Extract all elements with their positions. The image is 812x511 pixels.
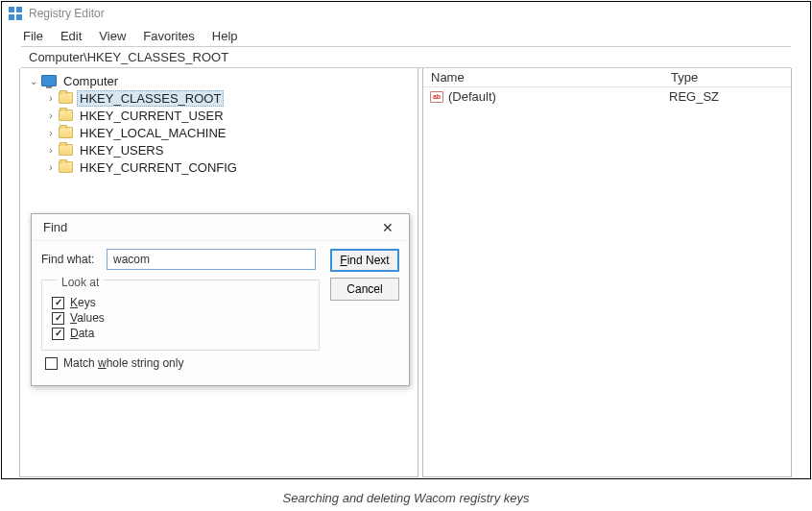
checkbox-keys-row[interactable]: Keys: [52, 296, 309, 309]
svg-rect-2: [9, 14, 14, 20]
chevron-right-icon[interactable]: ›: [45, 161, 57, 173]
column-type[interactable]: Type: [663, 68, 705, 86]
svg-rect-3: [16, 14, 22, 20]
svg-rect-0: [9, 7, 14, 12]
tree-root-label: Computer: [60, 74, 121, 88]
tree-item-label: HKEY_USERS: [77, 143, 166, 158]
window-title: Registry Editor: [29, 7, 105, 20]
value-name: (Default): [448, 89, 669, 104]
folder-icon: [59, 92, 73, 104]
checkbox-values-label: Values: [70, 311, 105, 325]
address-bar[interactable]: Computer\HKEY_CLASSES_ROOT: [21, 46, 791, 68]
checkbox-values[interactable]: [52, 312, 64, 325]
look-at-group: Look at Keys Values Data: [41, 280, 320, 351]
menubar: File Edit View Favorites Help: [2, 25, 810, 46]
tree-item[interactable]: ›HKEY_CURRENT_USER: [20, 107, 418, 124]
find-dialog: Find ✕ Find what: Find Next Cancel Look …: [31, 213, 410, 386]
dialog-title: Find: [43, 220, 67, 234]
expand-icon[interactable]: ⌄: [28, 75, 39, 86]
checkbox-data-row[interactable]: Data: [52, 327, 309, 340]
tree-item-label: HKEY_CURRENT_CONFIG: [77, 160, 240, 175]
menu-file[interactable]: File: [23, 29, 43, 43]
checkbox-keys[interactable]: [52, 297, 64, 309]
tree-item[interactable]: ›HKEY_CLASSES_ROOT: [20, 89, 418, 107]
chevron-right-icon[interactable]: ›: [45, 144, 57, 156]
find-what-input[interactable]: [107, 249, 316, 270]
folder-icon: [59, 161, 73, 173]
menu-help[interactable]: Help: [212, 29, 238, 43]
tree-root-row[interactable]: ⌄ Computer: [20, 72, 418, 89]
menu-favorites[interactable]: Favorites: [143, 29, 194, 43]
list-header: Name Type: [423, 68, 791, 87]
svg-rect-1: [16, 7, 22, 12]
list-view[interactable]: Name Type ab(Default)REG_SZ: [422, 68, 792, 477]
string-value-icon: ab: [429, 90, 444, 104]
column-name[interactable]: Name: [423, 68, 663, 86]
checkbox-keys-label: Keys: [70, 296, 96, 309]
dialog-titlebar[interactable]: Find ✕: [32, 214, 409, 241]
folder-icon: [59, 127, 73, 138]
find-next-rest: ind Next: [347, 254, 390, 267]
menu-edit[interactable]: Edit: [60, 29, 82, 43]
tree-item-label: HKEY_LOCAL_MACHINE: [77, 126, 228, 140]
folder-icon: [59, 110, 73, 121]
find-next-button[interactable]: Find Next: [330, 249, 399, 272]
computer-icon: [41, 75, 57, 86]
titlebar: Registry Editor: [2, 2, 810, 25]
checkbox-match-row[interactable]: Match whole string only: [45, 356, 399, 370]
list-row[interactable]: ab(Default)REG_SZ: [423, 87, 791, 106]
tree-item-label: HKEY_CLASSES_ROOT: [77, 90, 224, 107]
checkbox-data[interactable]: [52, 328, 64, 340]
look-at-legend: Look at: [58, 276, 103, 289]
checkbox-match-label: Match whole string only: [63, 356, 183, 370]
tree-item[interactable]: ›HKEY_CURRENT_CONFIG: [20, 158, 418, 176]
chevron-right-icon[interactable]: ›: [45, 92, 57, 104]
chevron-right-icon[interactable]: ›: [45, 110, 57, 121]
cancel-button[interactable]: Cancel: [330, 278, 399, 301]
chevron-right-icon[interactable]: ›: [45, 127, 57, 138]
app-icon: [8, 6, 23, 21]
registry-editor-window: Registry Editor File Edit View Favorites…: [1, 1, 811, 479]
menu-view[interactable]: View: [99, 29, 126, 43]
close-icon[interactable]: ✕: [374, 218, 401, 237]
dialog-body: Find what: Find Next Cancel Look at Keys…: [32, 241, 409, 385]
checkbox-values-row[interactable]: Values: [52, 311, 309, 325]
folder-icon: [59, 144, 73, 156]
tree-item[interactable]: ›HKEY_LOCAL_MACHINE: [20, 124, 418, 141]
tree-item-label: HKEY_CURRENT_USER: [77, 109, 227, 123]
caption: Searching and deleting Wacom registry ke…: [0, 491, 812, 505]
checkbox-match[interactable]: [45, 357, 58, 370]
find-what-label: Find what:: [41, 253, 99, 266]
checkbox-data-label: Data: [70, 327, 94, 340]
tree-item[interactable]: ›HKEY_USERS: [20, 141, 418, 158]
value-type: REG_SZ: [669, 89, 719, 104]
